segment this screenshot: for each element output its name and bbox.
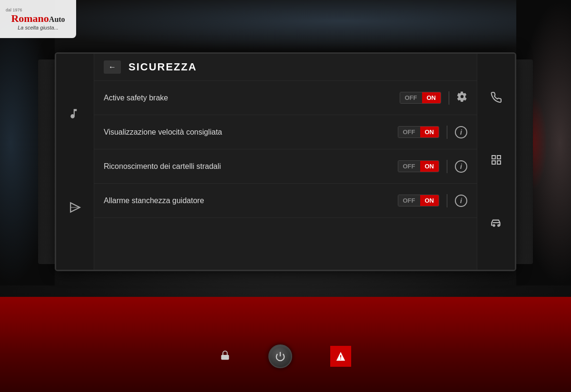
setting-row-riconoscimento-cartelli[interactable]: Riconoscimento dei cartelli stradali OFF… bbox=[94, 149, 477, 184]
setting-label-active-safety-brake: Active safety brake bbox=[104, 94, 400, 102]
toggle-group-riconoscimento: OFF ON i bbox=[398, 160, 468, 173]
toggle-visualizzazione[interactable]: OFF ON bbox=[398, 126, 440, 138]
setting-row-visualizzazione-velocita[interactable]: Visualizzazione velocità consigliata OFF… bbox=[94, 115, 477, 149]
logo-brand: RomanoAuto bbox=[11, 12, 65, 25]
toggle-divider-2 bbox=[447, 126, 447, 139]
toggle-off-label-3: OFF bbox=[398, 161, 420, 172]
toggle-group-allarme: OFF ON i bbox=[398, 194, 468, 207]
control-bar bbox=[220, 344, 351, 368]
svg-rect-1 bbox=[492, 156, 495, 159]
car-icon[interactable] bbox=[490, 216, 502, 232]
toggle-on-label-3: ON bbox=[420, 161, 439, 172]
music-icon[interactable] bbox=[69, 108, 81, 123]
info-icon-allarme[interactable]: i bbox=[455, 195, 467, 207]
setting-row-active-safety-brake[interactable]: Active safety brake OFF ON bbox=[94, 81, 477, 115]
gear-icon[interactable] bbox=[457, 91, 467, 104]
toggle-group-visualizzazione: OFF ON i bbox=[398, 126, 468, 139]
settings-list: Active safety brake OFF ON bbox=[94, 81, 477, 270]
toggle-active-safety-brake[interactable]: OFF ON bbox=[400, 92, 442, 104]
toggle-group-active-safety-brake: OFF ON bbox=[400, 91, 468, 105]
svg-rect-2 bbox=[497, 156, 501, 159]
top-reflection bbox=[0, 0, 571, 52]
toggle-on-label: ON bbox=[422, 92, 441, 103]
svg-point-6 bbox=[498, 225, 499, 226]
svg-point-5 bbox=[493, 225, 494, 226]
right-sidebar bbox=[477, 54, 515, 270]
toggle-off-label-4: OFF bbox=[398, 195, 420, 206]
screen-title: SICUREZZA bbox=[128, 61, 197, 73]
screen-header: ← SICUREZZA bbox=[94, 54, 477, 81]
phone-icon[interactable] bbox=[491, 92, 502, 106]
back-button[interactable]: ← bbox=[104, 60, 121, 74]
toggle-allarme[interactable]: OFF ON bbox=[398, 195, 440, 206]
logo-overlay: dal 1976 RomanoAuto La scelta giusta... bbox=[0, 0, 76, 38]
setting-label-riconoscimento-cartelli: Riconoscimento dei cartelli stradali bbox=[104, 162, 398, 171]
toggle-on-label-2: ON bbox=[420, 127, 439, 137]
info-icon-riconoscimento[interactable]: i bbox=[455, 160, 467, 173]
info-icon-visualizzazione[interactable]: i bbox=[455, 126, 467, 138]
screen-left-bezel bbox=[38, 59, 57, 264]
power-button[interactable] bbox=[268, 344, 292, 368]
toggle-off-label-2: OFF bbox=[398, 127, 420, 137]
toggle-divider-3 bbox=[447, 160, 447, 173]
logo-tagline: La scelta giusta... bbox=[18, 25, 59, 30]
svg-rect-4 bbox=[497, 161, 501, 164]
navigation-icon[interactable] bbox=[69, 201, 81, 216]
svg-rect-3 bbox=[492, 161, 495, 164]
lock-button[interactable] bbox=[220, 350, 230, 363]
toggle-divider bbox=[449, 91, 449, 105]
toggle-riconoscimento[interactable]: OFF ON bbox=[398, 160, 440, 172]
toggle-divider-4 bbox=[447, 194, 447, 207]
setting-row-allarme-stanchezza[interactable]: Allarme stanchezza guidatore OFF ON i bbox=[94, 184, 477, 218]
toggle-off-label: OFF bbox=[400, 92, 422, 103]
svg-rect-7 bbox=[221, 355, 229, 360]
screen-right-bezel bbox=[514, 59, 533, 264]
grid-icon[interactable] bbox=[491, 154, 502, 168]
hazard-button[interactable] bbox=[330, 346, 351, 367]
main-content: ← SICUREZZA Active safety brake OFF ON bbox=[94, 54, 477, 270]
toggle-on-label-4: ON bbox=[420, 195, 439, 206]
svg-point-11 bbox=[340, 359, 341, 360]
setting-label-allarme-stanchezza: Allarme stanchezza guidatore bbox=[104, 196, 398, 205]
setting-label-visualizzazione-velocita: Visualizzazione velocità consigliata bbox=[104, 128, 398, 137]
screen-inner: ← SICUREZZA Active safety brake OFF ON bbox=[56, 54, 515, 270]
logo-year: dal 1976 bbox=[6, 8, 22, 12]
left-sidebar bbox=[56, 54, 94, 270]
infotainment-screen: ← SICUREZZA Active safety brake OFF ON bbox=[55, 52, 516, 271]
